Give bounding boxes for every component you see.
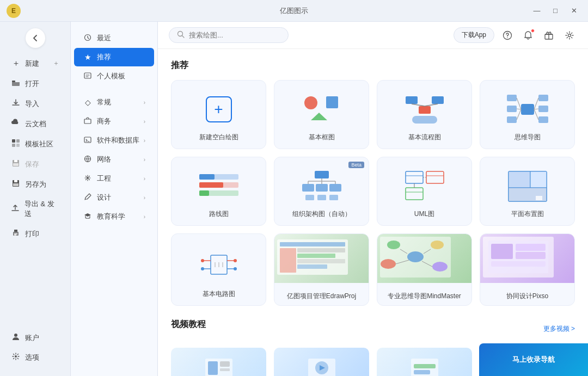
more-videos-link[interactable]: 更多视频 > bbox=[543, 324, 575, 334]
business-icon bbox=[83, 117, 93, 126]
svg-rect-125 bbox=[414, 370, 430, 374]
svg-rect-119 bbox=[220, 368, 230, 371]
cat-item-education[interactable]: 教育科学 › bbox=[74, 207, 154, 226]
svg-rect-77 bbox=[509, 171, 530, 188]
svg-rect-58 bbox=[316, 184, 328, 192]
svg-point-28 bbox=[304, 96, 317, 109]
sidebar-item-options[interactable]: 选项 bbox=[3, 348, 67, 367]
card-basic-frame[interactable]: 基本框图 bbox=[274, 80, 369, 149]
svg-point-103 bbox=[431, 241, 444, 249]
card-mindmap[interactable]: 思维导图 bbox=[480, 80, 575, 149]
svg-rect-95 bbox=[280, 248, 296, 273]
sidebar-item-export[interactable]: 导出 & 发送 bbox=[3, 195, 67, 223]
corner-banner[interactable]: 马上收录导航 bbox=[479, 343, 588, 376]
new-plus-icon: ＋ bbox=[53, 59, 59, 68]
main-layout: ＋ 新建 ＋ 打开 导入 云文档 模板社区 bbox=[0, 22, 588, 376]
svg-rect-1 bbox=[12, 139, 15, 143]
svg-rect-6 bbox=[14, 160, 17, 162]
svg-rect-42 bbox=[538, 106, 548, 112]
open-icon bbox=[11, 78, 21, 89]
cat-item-general[interactable]: ◇ 常规 › bbox=[74, 93, 154, 112]
svg-rect-37 bbox=[521, 104, 534, 115]
close-button[interactable]: ✕ bbox=[566, 5, 581, 16]
video-card-2[interactable] bbox=[274, 348, 369, 376]
print-icon bbox=[11, 229, 21, 239]
sidebar-item-templates[interactable]: 模板社区 bbox=[3, 134, 67, 153]
svg-rect-124 bbox=[414, 364, 436, 368]
svg-rect-65 bbox=[305, 195, 314, 200]
svg-rect-59 bbox=[329, 184, 341, 192]
svg-rect-7 bbox=[13, 163, 19, 166]
svg-point-16 bbox=[15, 355, 17, 357]
minimize-button[interactable]: — bbox=[529, 5, 544, 16]
chevron-icon: › bbox=[144, 214, 145, 220]
card-edrawproj[interactable]: 产品推荐 亿图项目管理EdrawProj bbox=[274, 233, 369, 306]
cat-item-personal[interactable]: 个人模板 bbox=[74, 67, 154, 85]
sidebar-item-print[interactable]: 打印 bbox=[3, 224, 67, 243]
cat-item-recent[interactable]: 最近 bbox=[74, 29, 154, 47]
video-card-1[interactable] bbox=[171, 348, 266, 376]
sidebar-item-saveas[interactable]: 另存为 bbox=[3, 175, 67, 194]
card-uml[interactable]: UML图 bbox=[377, 157, 472, 226]
svg-point-88 bbox=[201, 267, 204, 270]
svg-rect-70 bbox=[426, 171, 444, 183]
help-button[interactable] bbox=[500, 28, 515, 43]
svg-rect-29 bbox=[326, 96, 338, 108]
maximize-button[interactable]: □ bbox=[548, 5, 563, 16]
cat-item-engineering[interactable]: 工程 › bbox=[74, 169, 154, 188]
search-box[interactable] bbox=[169, 27, 289, 43]
card-circuit[interactable]: 基本电路图 bbox=[171, 233, 266, 306]
window-controls: — □ ✕ bbox=[529, 5, 581, 16]
gift-button[interactable] bbox=[541, 28, 556, 43]
cat-item-network[interactable]: 网络 › bbox=[74, 150, 154, 169]
export-icon bbox=[11, 204, 20, 214]
card-roadmap[interactable]: 路线图 bbox=[171, 157, 266, 226]
download-app-button[interactable]: 下载App bbox=[454, 27, 494, 43]
svg-point-15 bbox=[14, 334, 17, 337]
svg-point-101 bbox=[407, 251, 424, 262]
card-pixso[interactable]: 产品推荐 协同设计Pixso bbox=[480, 233, 575, 306]
card-basic-flow[interactable]: 基本流程图 bbox=[377, 80, 472, 149]
category-nav: 最近 ★ 推荐 个人模板 ◇ 常规 › bbox=[71, 22, 158, 376]
svg-rect-40 bbox=[507, 116, 517, 123]
search-input[interactable] bbox=[189, 31, 276, 39]
sidebar-item-save[interactable]: 保存 bbox=[3, 155, 67, 174]
notification-button[interactable] bbox=[520, 28, 536, 43]
card-new-blank[interactable]: + 新建空白绘图 bbox=[171, 80, 266, 149]
video-card-3[interactable] bbox=[377, 348, 472, 376]
card-org-chart[interactable]: Beta bbox=[274, 157, 369, 226]
scroll-content[interactable]: 推荐 + 新建空白绘图 bbox=[158, 49, 588, 376]
card-label-circuit: 基本电路图 bbox=[203, 289, 235, 299]
svg-rect-41 bbox=[538, 95, 548, 101]
card-label-mindmaster: 专业思维导图MindMaster bbox=[383, 287, 465, 305]
svg-rect-72 bbox=[406, 188, 423, 200]
sidebar-item-cloud[interactable]: 云文档 bbox=[3, 114, 67, 133]
network-icon bbox=[83, 155, 93, 164]
card-label-org-chart: 组织架构图（自动） bbox=[292, 209, 351, 219]
personal-icon bbox=[83, 72, 93, 81]
settings-button[interactable] bbox=[562, 28, 577, 43]
account-icon bbox=[11, 332, 21, 343]
svg-rect-55 bbox=[199, 190, 209, 196]
cat-item-design[interactable]: 设计 › bbox=[74, 188, 154, 207]
svg-line-48 bbox=[534, 109, 538, 109]
svg-rect-117 bbox=[208, 361, 218, 375]
card-mindmaster[interactable]: 产品推荐 bbox=[377, 233, 472, 306]
templates-icon bbox=[11, 139, 21, 149]
svg-rect-99 bbox=[297, 264, 327, 269]
cat-item-recommend[interactable]: ★ 推荐 bbox=[74, 48, 154, 66]
sidebar-item-open[interactable]: 打开 bbox=[3, 74, 67, 93]
svg-line-34 bbox=[412, 104, 425, 106]
sidebar-item-new[interactable]: ＋ 新建 ＋ bbox=[3, 54, 67, 73]
cat-item-software[interactable]: 软件和数据库 › bbox=[74, 131, 154, 150]
saveas-icon bbox=[11, 179, 21, 189]
user-avatar[interactable]: E bbox=[7, 4, 21, 18]
sidebar-item-import[interactable]: 导入 bbox=[3, 94, 67, 113]
back-button[interactable] bbox=[26, 28, 45, 48]
cat-item-business[interactable]: 商务 › bbox=[74, 112, 154, 131]
svg-point-86 bbox=[201, 259, 204, 262]
sidebar-item-account[interactable]: 账户 bbox=[3, 328, 67, 347]
sidebar-bottom: 账户 选项 bbox=[0, 323, 70, 372]
card-floorplan[interactable]: 平面布置图 bbox=[480, 157, 575, 226]
svg-line-35 bbox=[425, 104, 438, 106]
